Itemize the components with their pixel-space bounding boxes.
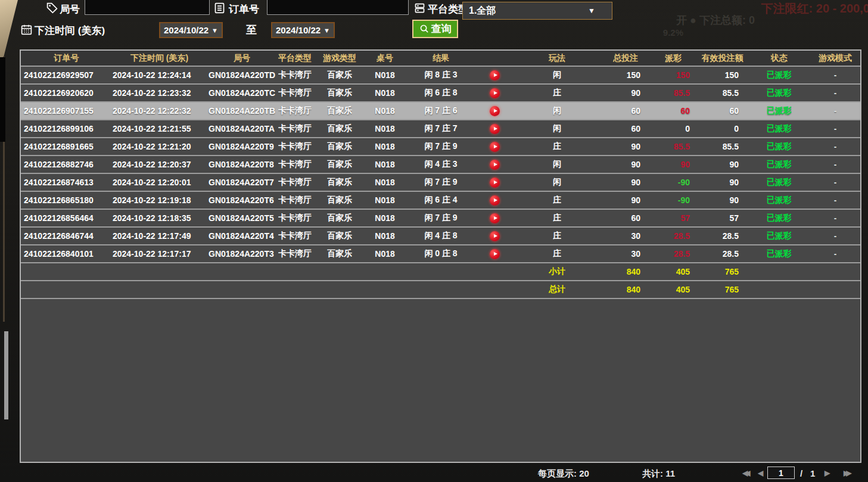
cell-order: 241022126865180 (21, 195, 94, 205)
cell-game-mode: - (834, 124, 837, 133)
cell-table-no: N018 (375, 178, 394, 187)
game-no-label: 局号 (60, 2, 80, 16)
cell-platform: 卡卡湾厅 (278, 177, 312, 188)
faint-bet-limit-text: 下注限红: 20 - 200,00 (761, 1, 868, 17)
replay-icon[interactable] (490, 213, 500, 223)
pagination-bar: 每页显示: 20 共计: 11 ◀◀ ◀ / 1 ▶ ▶▶ (0, 465, 868, 482)
col-header-time: 下注时间 (美东) (127, 53, 188, 64)
cell-platform: 卡卡湾厅 (278, 195, 312, 206)
cell-play: 庄 (553, 88, 561, 98)
cell-table-no: N018 (375, 124, 394, 133)
page-separator: / (800, 465, 802, 482)
cell-game-mode: - (834, 178, 837, 187)
platform-icon (413, 2, 426, 14)
faint-percent-text: 9.2% (663, 27, 683, 38)
cell-status: 已派彩 (767, 231, 792, 241)
replay-icon[interactable] (490, 142, 500, 152)
cell-order: 241022126846744 (21, 231, 94, 241)
cell-payout: 28.5 (674, 231, 697, 241)
cell-game-mode: - (834, 195, 837, 205)
cell-play: 闲 (553, 159, 561, 170)
cell-status: 已派彩 (767, 248, 792, 259)
cell-order: 241022126907155 (21, 106, 94, 116)
date-from-picker[interactable]: 2024/10/22▼ (159, 22, 223, 38)
chevron-down-icon: ▼ (211, 27, 218, 34)
subtotal-label: 小计 (549, 266, 565, 277)
cell-game-mode: - (834, 106, 837, 116)
cell-valid-bet: 28.5 (723, 231, 748, 241)
replay-icon[interactable] (490, 231, 500, 241)
total-pages: 1 (810, 465, 815, 482)
cell-payout: 150 (676, 70, 697, 80)
cell-total-bet: 60 (631, 213, 649, 223)
background-wedge-decoration (0, 0, 18, 60)
cell-table-no: N018 (375, 249, 394, 259)
table-row[interactable]: 241022126907155 2024-10-22 12:22:32 GN01… (21, 102, 860, 120)
first-page-icon[interactable]: ◀◀ (742, 465, 746, 482)
col-header-status: 状态 (771, 53, 788, 64)
cell-valid-bet: 85.5 (723, 88, 748, 98)
cell-valid-bet: 90 (729, 178, 748, 187)
cell-platform: 卡卡湾厅 (278, 141, 312, 152)
cell-game-no: GN01824A220T4 (206, 231, 274, 241)
table-row[interactable]: 241022126846744 2024-10-22 12:17:49 GN01… (21, 228, 860, 245)
cell-table-no: N018 (375, 231, 394, 241)
order-no-input[interactable] (267, 0, 409, 15)
col-header-result: 结果 (433, 53, 449, 64)
page-input[interactable] (767, 467, 795, 479)
cell-time: 2024-10-22 12:20:01 (109, 178, 191, 187)
cell-valid-bet: 90 (729, 195, 748, 205)
cell-result: 闲 7 庄 9 (424, 177, 457, 188)
date-from-value: 2024/10/22 (164, 25, 209, 35)
table-row[interactable]: 241022126874613 2024-10-22 12:20:01 GN01… (21, 174, 860, 192)
cell-time: 2024-10-22 12:17:17 (109, 249, 191, 259)
replay-icon[interactable] (490, 160, 500, 170)
replay-icon[interactable] (490, 249, 500, 259)
platform-select[interactable]: 1.全部 ▼ (462, 2, 612, 20)
prev-page-icon[interactable]: ◀ (758, 465, 760, 482)
cell-order: 241022126920620 (21, 88, 94, 98)
replay-icon[interactable] (490, 70, 500, 80)
cell-result: 闲 8 庄 3 (424, 70, 457, 80)
replay-icon[interactable] (490, 106, 500, 116)
total-payout: 405 (676, 285, 697, 294)
table-row[interactable]: 241022126929507 2024-10-22 12:24:14 GN01… (21, 67, 860, 85)
table-row[interactable]: 241022126899106 2024-10-22 12:21:55 GN01… (21, 120, 860, 138)
col-header-total-bet: 总投注 (613, 53, 638, 64)
cell-time: 2024-10-22 12:24:14 (109, 70, 191, 80)
cell-payout: 57 (680, 213, 697, 223)
replay-icon[interactable] (490, 178, 500, 188)
cell-play: 闲 (553, 70, 561, 80)
cell-platform: 卡卡湾厅 (278, 159, 312, 170)
order-no-label: 订单号 (229, 2, 259, 16)
cell-result: 闲 7 庄 9 (424, 141, 457, 152)
table-row[interactable]: 241022126891665 2024-10-22 12:21:20 GN01… (21, 138, 860, 156)
last-page-icon[interactable]: ▶▶ (844, 465, 848, 482)
game-no-input[interactable] (85, 0, 210, 15)
table-row[interactable]: 241022126920620 2024-10-22 12:23:32 GN01… (21, 85, 860, 102)
replay-icon[interactable] (490, 124, 500, 134)
table-row[interactable]: 241022126840101 2024-10-22 12:17:17 GN01… (21, 245, 860, 263)
table-row[interactable]: 241022126856464 2024-10-22 12:18:35 GN01… (21, 210, 860, 228)
replay-icon[interactable] (490, 195, 500, 206)
tag-icon (46, 2, 58, 14)
table-row[interactable]: 241022126865180 2024-10-22 12:19:18 GN01… (21, 192, 860, 210)
cell-result: 闲 7 庄 7 (424, 123, 457, 134)
cell-game-no: GN01824A220TC (206, 88, 275, 98)
cell-game-type: 百家乐 (327, 105, 352, 116)
cell-game-type: 百家乐 (327, 123, 352, 134)
cell-order: 241022126840101 (21, 249, 94, 259)
cell-table-no: N018 (375, 106, 394, 116)
cell-order: 241022126891665 (21, 142, 94, 151)
search-button[interactable]: 查询 (412, 20, 458, 38)
replay-icon[interactable] (490, 88, 500, 98)
platform-selected-value: 1.全部 (469, 5, 496, 17)
cell-valid-bet: 90 (729, 160, 748, 169)
cell-result: 闲 4 庄 8 (424, 231, 457, 241)
cell-platform: 卡卡湾厅 (278, 123, 312, 134)
cell-table-no: N018 (375, 142, 394, 151)
cell-time: 2024-10-22 12:23:32 (109, 88, 191, 98)
table-row[interactable]: 241022126882746 2024-10-22 12:20:37 GN01… (21, 156, 860, 174)
date-to-picker[interactable]: 2024/10/22▼ (271, 22, 335, 38)
next-page-icon[interactable]: ▶ (825, 465, 826, 482)
